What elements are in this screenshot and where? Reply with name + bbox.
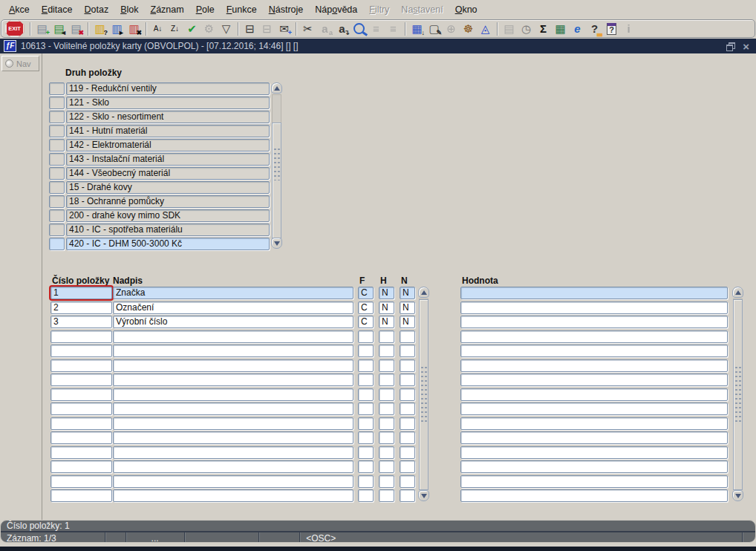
n-field[interactable]: [400, 475, 415, 488]
h-field[interactable]: [379, 460, 394, 473]
help-data-icon[interactable]: ?▃: [586, 21, 603, 36]
execute-query-icon[interactable]: ▥►: [108, 21, 126, 36]
enter-query-icon[interactable]: ▥?: [91, 21, 108, 36]
nadpis-field[interactable]: [113, 431, 353, 444]
filter-icon[interactable]: ▽: [218, 21, 235, 36]
h-field[interactable]: [379, 402, 394, 415]
cislo-field[interactable]: [50, 475, 112, 488]
druh-list-scroll-thumb[interactable]: [272, 123, 281, 238]
n-field[interactable]: N: [400, 287, 415, 299]
hodnota-field[interactable]: [460, 374, 728, 386]
menu-item-funkce[interactable]: Funkce: [221, 1, 263, 18]
druh-item-checkbox[interactable]: [49, 82, 65, 95]
f-field[interactable]: [358, 330, 374, 343]
n-field[interactable]: [400, 431, 415, 444]
druh-item-field[interactable]: 144 - Všeobecný materiál: [66, 167, 270, 180]
druh-item-checkbox[interactable]: [49, 153, 65, 166]
nadpis-field[interactable]: [113, 446, 353, 459]
n-field[interactable]: [400, 402, 415, 415]
hodnota-field[interactable]: [460, 345, 728, 357]
hodnota-scroll-down-icon[interactable]: [732, 490, 743, 501]
nadpis-field[interactable]: [113, 460, 353, 473]
menu-item-dotaz[interactable]: Dotaz: [79, 1, 115, 18]
n-field[interactable]: [400, 374, 415, 386]
n-field[interactable]: N: [400, 301, 415, 314]
h-field[interactable]: [379, 431, 394, 444]
n-field[interactable]: [400, 359, 415, 372]
nadpis-field[interactable]: Značka: [113, 287, 353, 299]
excel-export-icon[interactable]: ▦: [552, 21, 569, 36]
cislo-field[interactable]: [50, 359, 112, 372]
druh-item-checkbox[interactable]: [49, 181, 65, 194]
druh-item-field[interactable]: 420 - IC - DHM 500-3000 Kč: [66, 238, 270, 250]
hodnota-field[interactable]: [460, 388, 728, 401]
n-field[interactable]: [400, 330, 415, 343]
menu-item-zaznam[interactable]: Záznam: [145, 1, 190, 18]
insert-record-icon[interactable]: ▤+: [33, 21, 50, 36]
f-field[interactable]: [358, 359, 374, 372]
druh-item-checkbox[interactable]: [49, 97, 65, 109]
hodnota-field[interactable]: [460, 301, 728, 314]
hodnota-field[interactable]: [460, 489, 728, 502]
nav-tab[interactable]: Nav: [1, 56, 39, 71]
help-window-icon[interactable]: ?: [603, 21, 620, 36]
hodnota-field[interactable]: [460, 316, 728, 328]
druh-item-field[interactable]: 141 - Hutní materiál: [66, 125, 270, 137]
h-field[interactable]: [379, 475, 394, 488]
mail-icon[interactable]: ✉+: [276, 21, 293, 36]
druh-list-scroll-up-icon[interactable]: [271, 82, 282, 94]
h-field[interactable]: N: [379, 316, 394, 328]
druh-item-checkbox[interactable]: [49, 195, 65, 208]
druh-item-field[interactable]: 18 - Ochranné pomůcky: [66, 195, 270, 208]
sigma-icon[interactable]: Σ: [535, 21, 552, 36]
cislo-field[interactable]: [50, 402, 112, 415]
hodnota-field[interactable]: [460, 330, 728, 343]
hodnota-field[interactable]: [460, 431, 728, 444]
cislo-field[interactable]: 1: [50, 287, 112, 299]
druh-item-field[interactable]: 119 - Redukční ventily: [66, 82, 270, 95]
edit-note-icon[interactable]: ▢✎: [426, 21, 443, 36]
paste-icon[interactable]: a↴: [333, 21, 351, 36]
h-field[interactable]: N: [379, 301, 394, 314]
cut-icon[interactable]: ✂: [299, 21, 316, 36]
items-scroll-down-icon[interactable]: [418, 490, 429, 501]
nadpis-field[interactable]: [113, 374, 353, 386]
hodnota-field[interactable]: [460, 287, 728, 299]
n-field[interactable]: [400, 460, 415, 473]
cislo-field[interactable]: [50, 330, 112, 343]
druh-list-scroll-down-icon[interactable]: [271, 238, 282, 249]
f-field[interactable]: C: [358, 287, 374, 299]
helm-icon[interactable]: ☸: [460, 21, 477, 36]
hodnota-field[interactable]: [460, 402, 728, 415]
cislo-field[interactable]: [50, 374, 112, 386]
copy-record-icon[interactable]: ▤◄: [50, 21, 68, 36]
hodnota-field[interactable]: [460, 417, 728, 430]
h-field[interactable]: [379, 345, 394, 357]
menu-item-editace[interactable]: Editace: [36, 1, 79, 18]
f-field[interactable]: [358, 388, 374, 401]
druh-item-field[interactable]: 143 - Instalační materiál: [66, 153, 270, 166]
h-field[interactable]: [379, 489, 394, 502]
hodnota-field[interactable]: [460, 475, 728, 488]
nadpis-field[interactable]: [113, 330, 353, 343]
f-field[interactable]: [358, 417, 374, 430]
browser-icon[interactable]: e: [569, 21, 586, 36]
delete-record-icon[interactable]: ▤✖: [68, 21, 85, 36]
print-icon[interactable]: ⊟: [241, 21, 258, 36]
exit-button[interactable]: EXIT: [4, 20, 25, 37]
pyramid-alert-icon[interactable]: ◬: [477, 21, 494, 36]
nadpis-field[interactable]: [113, 345, 353, 357]
f-field[interactable]: [358, 475, 374, 488]
hodnota-field[interactable]: [460, 359, 728, 372]
cislo-field[interactable]: [50, 446, 112, 459]
druh-item-field[interactable]: 15 - Drahé kovy: [66, 181, 270, 194]
nadpis-field[interactable]: [113, 388, 353, 401]
n-field[interactable]: [400, 388, 415, 401]
sort-ascending-icon[interactable]: A↓: [149, 21, 166, 36]
f-field[interactable]: C: [358, 316, 374, 328]
items-scroll-up-icon[interactable]: [418, 287, 429, 298]
commit-icon[interactable]: ✔: [183, 21, 201, 36]
close-icon[interactable]: ×: [743, 41, 749, 52]
cislo-field[interactable]: [50, 460, 112, 473]
f-field[interactable]: [358, 446, 374, 459]
